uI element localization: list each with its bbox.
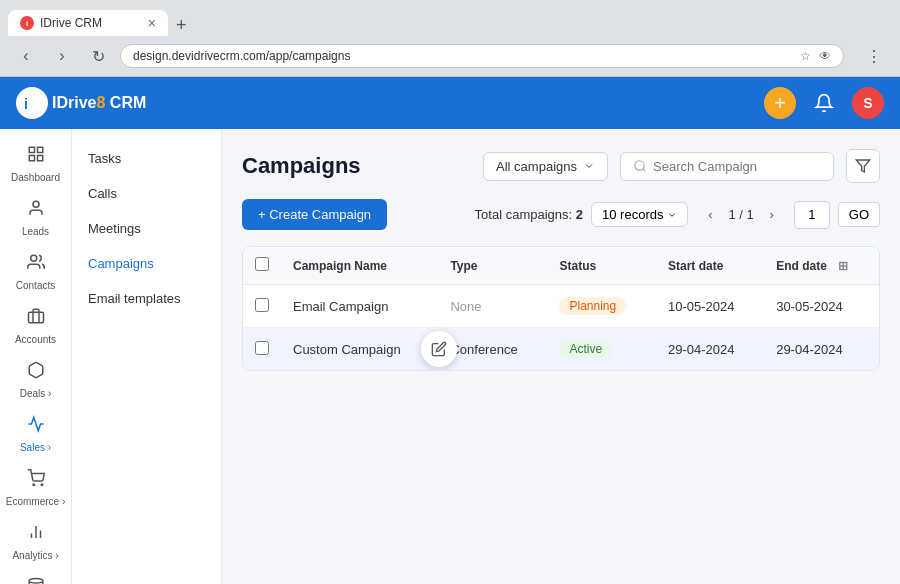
sidebar-item-data-migration[interactable]: Data Migration	[0, 569, 71, 584]
notifications-button[interactable]	[808, 87, 840, 119]
analytics-icon	[27, 523, 45, 546]
row-select-checkbox[interactable]	[255, 341, 269, 355]
sidebar-label-deals: Deals ›	[20, 388, 52, 399]
svg-rect-2	[37, 147, 42, 152]
sidebar-item-leads[interactable]: Leads	[0, 191, 71, 245]
main-header: Campaigns All campaigns	[242, 149, 880, 183]
campaign-name-cell: Custom Campaign	[281, 328, 438, 371]
sidebar-label-leads: Leads	[22, 226, 49, 237]
campaign-start-date-cell: 29-04-2024	[656, 328, 764, 371]
contacts-icon	[27, 253, 45, 276]
campaigns-table: Campaign Name Type Status Start date	[242, 246, 880, 371]
sidebar-label-accounts: Accounts	[15, 334, 56, 345]
row-checkbox-cell	[243, 285, 281, 328]
records-chevron-icon	[667, 210, 677, 220]
dashboard-icon	[27, 145, 45, 168]
edit-icon	[431, 341, 447, 357]
table-row: Custom Campaign Confere	[243, 328, 879, 371]
search-box[interactable]	[620, 152, 834, 181]
tab-favicon: i	[20, 16, 34, 30]
svg-rect-4	[37, 156, 42, 161]
filter-icon	[855, 158, 871, 174]
page-title: Campaigns	[242, 153, 471, 179]
page-jump-input[interactable]	[794, 201, 830, 229]
chevron-down-icon	[583, 160, 595, 172]
toolbar: + Create Campaign Total campaigns: 2 10 …	[242, 199, 880, 230]
main-content: Campaigns All campaigns	[222, 129, 900, 584]
sidebar-label-analytics: Analytics ›	[12, 550, 58, 561]
browser-tab[interactable]: i IDrive CRM ×	[8, 10, 168, 36]
deals-icon	[27, 361, 45, 384]
logo-icon: i	[16, 87, 48, 119]
extensions-button[interactable]: ⋮	[860, 42, 888, 70]
column-header-type: Type	[438, 247, 547, 285]
reload-button[interactable]: ↻	[84, 42, 112, 70]
svg-point-15	[635, 161, 644, 170]
sidebar-item-contacts[interactable]: Contacts	[0, 245, 71, 299]
column-header-name: Campaign Name	[281, 247, 438, 285]
svg-rect-7	[28, 312, 43, 323]
svg-point-5	[33, 201, 39, 207]
url-bar[interactable]: design.devidrivecrm.com/app/campaigns ☆ …	[120, 44, 844, 68]
sidebar-item-ecommerce[interactable]: Ecommerce ›	[0, 461, 71, 515]
sidebar-item-deals[interactable]: Deals ›	[0, 353, 71, 407]
column-options-icon[interactable]: ⊞	[838, 259, 848, 273]
user-avatar[interactable]: S	[852, 87, 884, 119]
column-header-start-date: Start date	[656, 247, 764, 285]
search-input[interactable]	[653, 159, 821, 174]
create-campaign-button[interactable]: + Create Campaign	[242, 199, 387, 230]
campaign-status-cell: Active	[547, 328, 655, 371]
campaign-type-cell: None	[438, 285, 547, 328]
campaign-end-date-cell: 29-04-2024	[764, 328, 879, 371]
svg-marker-17	[856, 160, 869, 172]
svg-point-8	[33, 484, 35, 486]
campaign-filter-dropdown[interactable]: All campaigns	[483, 152, 608, 181]
svg-point-9	[41, 484, 43, 486]
sidebar-item-dashboard[interactable]: Dashboard	[0, 137, 71, 191]
svg-rect-3	[29, 156, 34, 161]
sidebar-item-analytics[interactable]: Analytics ›	[0, 515, 71, 569]
filter-button[interactable]	[846, 149, 880, 183]
row-checkbox-cell	[243, 328, 281, 371]
forward-button[interactable]: ›	[48, 42, 76, 70]
prev-page-button[interactable]: ‹	[696, 201, 724, 229]
tab-close-btn[interactable]: ×	[148, 16, 156, 30]
eye-icon: 👁	[819, 49, 831, 63]
total-campaigns-label: Total campaigns: 2	[475, 207, 583, 222]
ecommerce-icon	[27, 469, 45, 492]
edit-overlay-button[interactable]	[421, 331, 457, 367]
accounts-icon	[27, 307, 45, 330]
sub-sidebar-item-campaigns[interactable]: Campaigns	[72, 246, 221, 281]
records-per-page-dropdown[interactable]: 10 records	[591, 202, 688, 227]
campaign-end-date-cell: 30-05-2024	[764, 285, 879, 328]
sub-sidebar-item-tasks[interactable]: Tasks	[72, 141, 221, 176]
sub-sidebar-item-calls[interactable]: Calls	[72, 176, 221, 211]
campaigns-data-table: Campaign Name Type Status Start date	[243, 247, 879, 370]
next-page-button[interactable]: ›	[758, 201, 786, 229]
add-button[interactable]: +	[764, 87, 796, 119]
table-header-row: Campaign Name Type Status Start date	[243, 247, 879, 285]
sidebar-item-accounts[interactable]: Accounts	[0, 299, 71, 353]
sub-sidebar-item-meetings[interactable]: Meetings	[72, 211, 221, 246]
bookmark-icon[interactable]: ☆	[800, 49, 811, 63]
sidebar-item-sales[interactable]: Sales ›	[0, 407, 71, 461]
main-content-area: Campaigns All campaigns	[222, 129, 900, 584]
sidebar-label-dashboard: Dashboard	[11, 172, 60, 183]
new-tab-button[interactable]: +	[168, 15, 195, 36]
leads-icon	[27, 199, 45, 222]
table-row: Email Campaign None Planning 10-05-2024	[243, 285, 879, 328]
page-navigation: ‹ 1 / 1 ›	[696, 201, 785, 229]
go-button[interactable]: GO	[838, 202, 880, 227]
svg-line-16	[643, 169, 646, 172]
table-body: Email Campaign None Planning 10-05-2024	[243, 285, 879, 371]
column-header-end-date: End date ⊞	[764, 247, 879, 285]
row-select-checkbox[interactable]	[255, 298, 269, 312]
status-badge: Planning	[559, 297, 626, 315]
svg-point-13	[29, 579, 43, 584]
sub-sidebar-item-email-templates[interactable]: Email templates	[72, 281, 221, 316]
select-all-checkbox[interactable]	[255, 257, 269, 271]
svg-text:i: i	[24, 96, 28, 112]
logo-text: IDrive8 CRM	[52, 94, 146, 112]
back-button[interactable]: ‹	[12, 42, 40, 70]
sidebar-label-ecommerce: Ecommerce ›	[6, 496, 65, 507]
